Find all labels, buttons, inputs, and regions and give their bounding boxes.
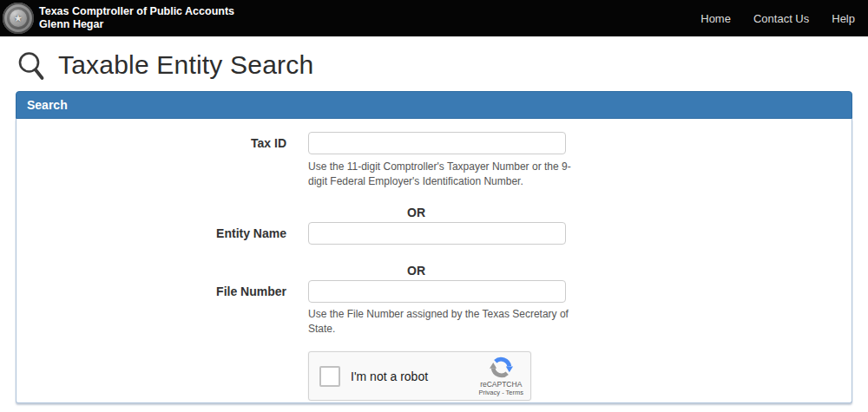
nav-link-home[interactable]: Home	[700, 12, 731, 25]
brand-text: Texas Comptroller of Public Accounts Gle…	[39, 5, 234, 31]
nav-link-help[interactable]: Help	[832, 12, 855, 25]
brand-area: ★ Texas Comptroller of Public Accounts G…	[0, 3, 234, 34]
tax-id-help-text: Use the 11-digit Comptroller's Taxpayer …	[308, 160, 582, 188]
tax-id-row: Tax ID	[16, 132, 852, 154]
recaptcha-brand-block: reCAPTCHA Privacy - Terms	[478, 356, 523, 397]
recaptcha-widget: I'm not a robot reCAPTCHA Privacy - Term…	[308, 351, 531, 401]
file-number-label: File Number	[16, 280, 286, 303]
top-nav: Home Contact Us Help	[700, 12, 855, 25]
top-header: ★ Texas Comptroller of Public Accounts G…	[0, 0, 868, 36]
recaptcha-terms-link[interactable]: Terms	[506, 389, 523, 396]
or-separator-1: OR	[287, 206, 545, 219]
recaptcha-brand-name: reCAPTCHA	[480, 380, 522, 389]
recaptcha-logo-icon	[490, 356, 513, 379]
recaptcha-checkbox-label: I'm not a robot	[351, 369, 428, 383]
entity-name-label: Entity Name	[16, 222, 286, 245]
file-number-help-text: Use the File Number assigned by the Texa…	[308, 307, 582, 336]
recaptcha-links: Privacy - Terms	[478, 389, 523, 396]
recaptcha-checkbox[interactable]	[319, 366, 340, 387]
tax-id-input[interactable]	[308, 132, 566, 154]
seal-star-icon: ★	[14, 13, 23, 23]
search-panel-heading: Search	[16, 91, 852, 119]
page-title: Taxable Entity Search	[58, 50, 313, 80]
entity-name-input[interactable]	[308, 222, 566, 245]
search-panel: Search Tax ID Use the 11-digit Comptroll…	[16, 91, 852, 403]
entity-name-row: Entity Name	[16, 222, 852, 245]
tax-id-label: Tax ID	[16, 132, 286, 154]
file-number-row: File Number	[16, 280, 852, 303]
or-separator-2: OR	[287, 264, 545, 278]
recaptcha-privacy-link[interactable]: Privacy	[478, 389, 500, 396]
page-head: Taxable Entity Search	[17, 48, 868, 82]
search-panel-body: Tax ID Use the 11-digit Comptroller's Ta…	[16, 119, 852, 403]
nav-link-contact-us[interactable]: Contact Us	[753, 12, 809, 25]
file-number-input[interactable]	[308, 280, 566, 303]
org-name: Texas Comptroller of Public Accounts	[39, 5, 234, 18]
officer-name: Glenn Hegar	[39, 18, 234, 31]
search-icon	[17, 49, 45, 82]
texas-state-seal-logo: ★	[3, 3, 34, 34]
